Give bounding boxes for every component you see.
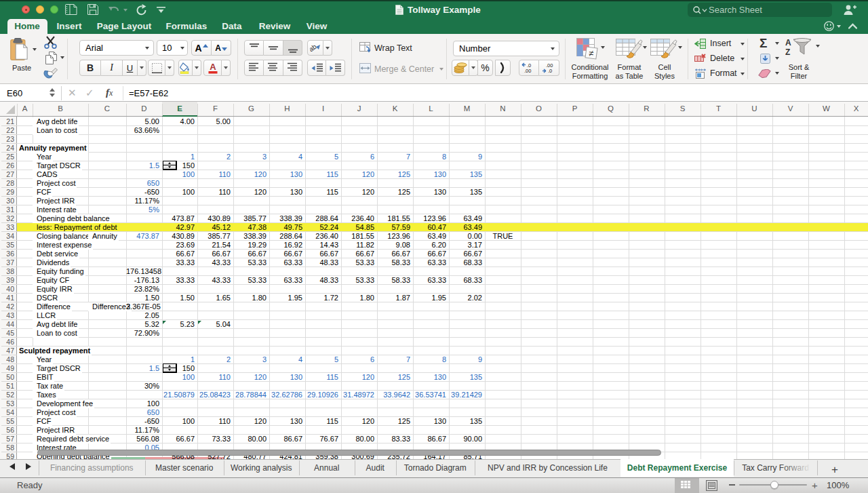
svg-text:A: A xyxy=(785,38,791,47)
svg-text:.0: .0 xyxy=(548,68,552,74)
svg-text:Z: Z xyxy=(785,47,790,56)
svg-text:A: A xyxy=(210,62,216,72)
svg-text:.00: .00 xyxy=(524,68,531,74)
svg-text:ab: ab xyxy=(310,43,318,53)
